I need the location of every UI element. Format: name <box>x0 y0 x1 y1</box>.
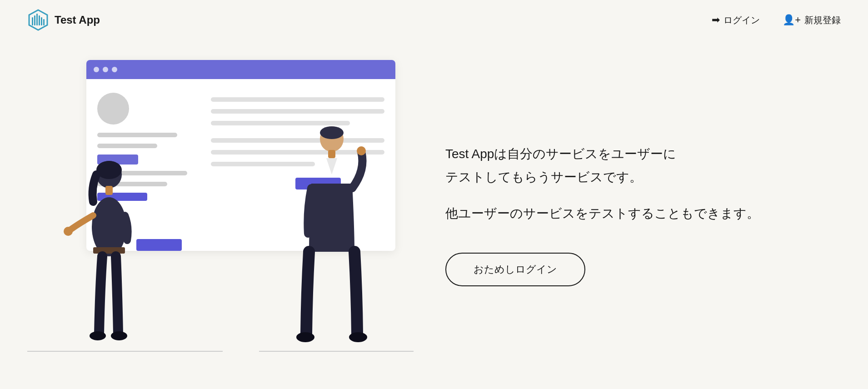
nav: ➡ ログイン 👤+ 新規登録 <box>712 14 841 26</box>
svg-rect-11 <box>93 247 125 254</box>
svg-rect-4 <box>39 15 40 25</box>
hero-line-3: 他ユーザーのサービスをテストすることもできます。 <box>445 202 841 225</box>
login-button[interactable]: ➡ ログイン <box>712 14 760 26</box>
svg-point-18 <box>357 146 366 155</box>
svg-point-13 <box>90 331 106 340</box>
hero-line-1: Test Appは自分のサービスをユーザーに <box>445 143 841 165</box>
svg-point-19 <box>296 332 314 342</box>
woman-svg <box>64 161 155 352</box>
browser-dot-1 <box>94 67 99 72</box>
man-svg <box>286 125 373 352</box>
main-content: Test Appは自分のサービスをユーザーに テストしてもらうサービスです。 他… <box>0 40 868 389</box>
svg-rect-3 <box>36 14 38 25</box>
svg-point-14 <box>111 331 127 340</box>
browser-avatar <box>97 93 129 125</box>
logo-icon <box>27 9 49 31</box>
svg-point-12 <box>64 227 73 236</box>
header: Test App ➡ ログイン 👤+ 新規登録 <box>0 0 868 40</box>
svg-rect-6 <box>43 19 45 25</box>
svg-rect-1 <box>32 17 33 25</box>
browser-right-line <box>211 97 384 102</box>
svg-rect-5 <box>41 17 42 25</box>
browser-dot-2 <box>103 67 108 72</box>
svg-point-16 <box>320 126 344 139</box>
illustration <box>27 60 418 369</box>
logo[interactable]: Test App <box>27 9 100 31</box>
browser-line <box>97 144 157 148</box>
browser-line <box>97 133 177 137</box>
hero-line-2: テストしてもらうサービスです。 <box>445 166 841 189</box>
svg-rect-17 <box>328 150 335 158</box>
svg-point-20 <box>349 332 367 342</box>
person-man <box>286 125 373 352</box>
trial-login-button[interactable]: おためしログイン <box>445 253 585 286</box>
svg-point-8 <box>96 161 122 179</box>
svg-rect-9 <box>105 186 113 195</box>
logo-text: Test App <box>55 14 100 26</box>
browser-dot-3 <box>112 67 117 72</box>
hero-text-area: Test Appは自分のサービスをユーザーに テストしてもらうサービスです。 他… <box>418 143 841 286</box>
register-icon: 👤+ <box>783 14 801 26</box>
svg-rect-2 <box>34 15 35 25</box>
person-woman <box>64 161 155 352</box>
browser-right-line <box>211 109 384 114</box>
login-icon: ➡ <box>712 14 720 26</box>
browser-bar <box>86 60 395 79</box>
register-button[interactable]: 👤+ 新規登録 <box>783 14 841 26</box>
